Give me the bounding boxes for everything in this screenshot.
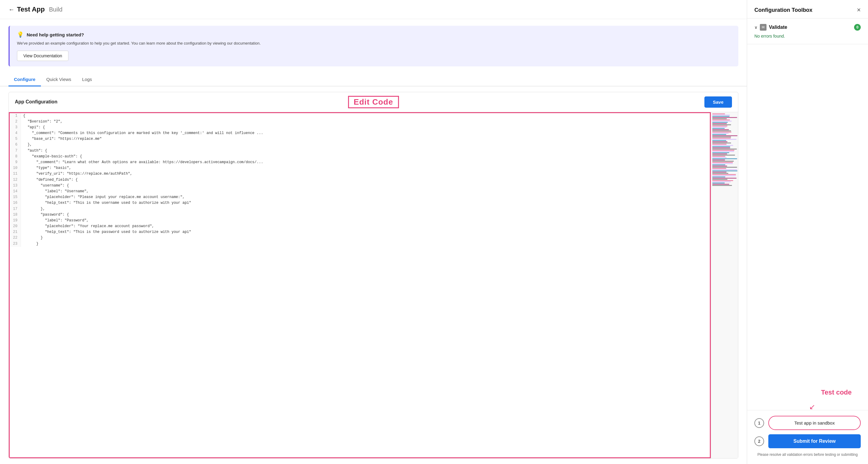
editor-header: App Configuration Edit Code Save <box>9 92 738 112</box>
tabs-row: Configure Quick Views Logs <box>0 73 747 86</box>
code-line-content: "help_text": "This is the username used … <box>21 200 710 206</box>
line-number: 7 <box>10 148 21 154</box>
right-panel-title: Configuration Toolbox <box>754 7 812 13</box>
code-line-content: "placeholder": "Please input your replac… <box>21 194 710 200</box>
line-number: 15 <box>10 194 21 200</box>
test-sandbox-row: 1 Test app in sandbox <box>754 416 861 430</box>
code-line-content: "$version": "2", <box>21 119 710 125</box>
back-arrow-icon: ← <box>8 6 14 13</box>
line-number: 18 <box>10 212 21 218</box>
editor-body: 1{2 "$version": "2",3 "api": {4 "_commen… <box>9 112 738 459</box>
tab-logs[interactable]: Logs <box>76 73 98 86</box>
line-number: 22 <box>10 235 21 241</box>
tab-quick-views[interactable]: Quick Views <box>41 73 76 86</box>
page-name: Build <box>49 6 62 13</box>
code-line-content: "help_text": "This is the password used … <box>21 229 710 235</box>
line-number: 14 <box>10 188 21 194</box>
header: ← Test App Build <box>0 0 747 19</box>
code-line-content: } <box>21 241 710 247</box>
line-number: 13 <box>10 183 21 188</box>
no-errors-text: No errors found. <box>754 34 861 38</box>
right-panel: Configuration Toolbox × ∨ ✉ Validate 0 N… <box>747 0 868 464</box>
validate-chevron-icon[interactable]: ∨ <box>754 25 757 30</box>
code-line-content: "password": { <box>21 212 710 218</box>
help-banner-text: We've provided an example configuration … <box>17 40 731 47</box>
line-number: 4 <box>10 130 21 136</box>
code-line-content: "base_url": "https://replace.me" <box>21 136 710 142</box>
code-line-content: "verify_url": "https://replace.me/authPa… <box>21 171 710 177</box>
line-number: 11 <box>10 171 21 177</box>
code-line-content: "label": "Password", <box>21 218 710 224</box>
line-number: 21 <box>10 229 21 235</box>
help-banner-title: 💡 Need help getting started? <box>17 31 731 38</box>
validate-label: Validate <box>769 25 854 30</box>
right-panel-header: Configuration Toolbox × <box>747 0 868 19</box>
test-sandbox-button[interactable]: Test app in sandbox <box>768 416 861 430</box>
save-button[interactable]: Save <box>704 96 732 108</box>
line-number: 19 <box>10 218 21 224</box>
line-number: 1 <box>10 113 21 119</box>
code-line-content: }, <box>21 142 710 148</box>
line-number: 20 <box>10 224 21 229</box>
validate-mail-icon: ✉ <box>760 24 767 31</box>
code-line-content: "label": "Username", <box>21 188 710 194</box>
validate-section: ∨ ✉ Validate 0 No errors found. <box>747 19 868 44</box>
app-name: Test App <box>17 5 45 13</box>
line-number: 2 <box>10 119 21 125</box>
edit-code-overlay: Edit Code <box>348 96 399 108</box>
code-line-content: "api": { <box>21 125 710 130</box>
line-number: 17 <box>10 206 21 212</box>
code-line-content: "placeholder": "Your replace.me account … <box>21 224 710 229</box>
line-number: 5 <box>10 136 21 142</box>
view-documentation-button[interactable]: View Documentation <box>17 51 68 61</box>
line-number: 8 <box>10 154 21 160</box>
submit-review-button[interactable]: Submit for Review <box>768 434 861 448</box>
back-button[interactable]: ← Test App <box>8 5 45 13</box>
code-editor[interactable]: 1{2 "$version": "2",3 "api": {4 "_commen… <box>9 112 711 459</box>
line-number: 9 <box>10 160 21 165</box>
code-line-content: "auth": { <box>21 148 710 154</box>
code-line-content: "_comment": "Comments in this configurat… <box>21 130 710 136</box>
code-line-content: "defined_fields": { <box>21 177 710 183</box>
validate-header: ∨ ✉ Validate 0 <box>754 24 861 31</box>
validate-badge: 0 <box>854 24 861 31</box>
code-line-content: "example-basic-auth": { <box>21 154 710 160</box>
line-number: 16 <box>10 200 21 206</box>
code-line-content: "type": "basic", <box>21 165 710 171</box>
step-2-circle: 2 <box>754 436 764 446</box>
step-1-circle: 1 <box>754 418 764 428</box>
line-number: 6 <box>10 142 21 148</box>
code-line-content: }, <box>21 206 710 212</box>
editor-title: App Configuration <box>15 99 57 105</box>
line-number: 3 <box>10 125 21 130</box>
line-number: 12 <box>10 177 21 183</box>
line-number: 10 <box>10 165 21 171</box>
code-line-content: "_comment": "Learn what other Auth optio… <box>21 160 710 165</box>
line-number: 23 <box>10 241 21 247</box>
validation-note: Please resolve all validation errors bef… <box>754 453 861 457</box>
tab-configure[interactable]: Configure <box>8 73 41 86</box>
submit-review-row: 2 Submit for Review <box>754 434 861 448</box>
help-banner: 💡 Need help getting started? We've provi… <box>8 26 738 66</box>
minimap <box>711 112 738 459</box>
editor-section: App Configuration Edit Code Save 1{2 "$v… <box>8 92 738 459</box>
code-line-content: "username": { <box>21 183 710 188</box>
close-button[interactable]: × <box>857 7 861 13</box>
code-line-content: { <box>21 113 710 119</box>
bottom-actions: Test code ↗ 1 Test app in sandbox 2 Subm… <box>747 410 868 464</box>
code-line-content: } <box>21 235 710 241</box>
bulb-icon: 💡 <box>17 31 24 38</box>
code-table: 1{2 "$version": "2",3 "api": {4 "_commen… <box>10 113 710 247</box>
